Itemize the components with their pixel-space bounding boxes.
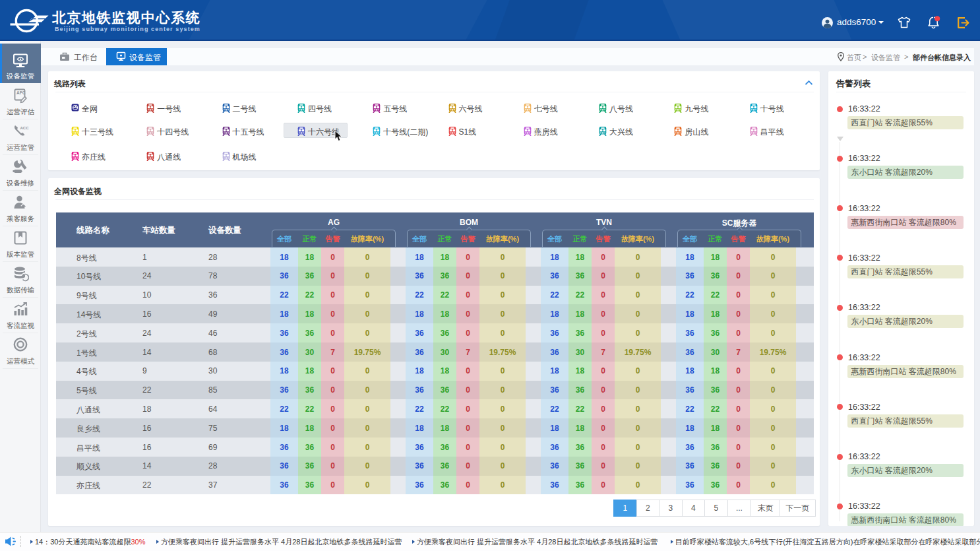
svg-text:ACC: ACC xyxy=(20,126,30,130)
svg-text:AFC: AFC xyxy=(16,90,26,95)
